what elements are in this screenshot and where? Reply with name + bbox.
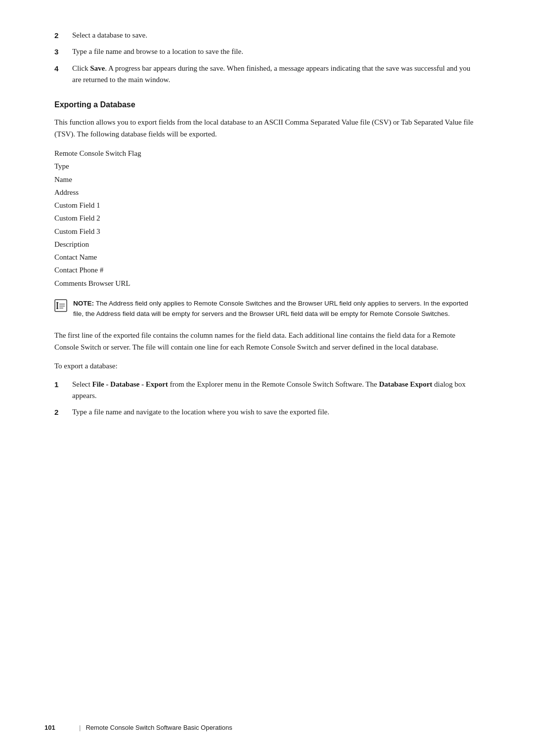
footer-title: Remote Console Switch Software Basic Ope… [86,724,232,731]
step-4: 4 Click Save. A progress bar appears dur… [54,63,480,86]
export-step-1: 1 Select File - Database - Export from t… [54,379,480,402]
field-custom-field-1: Custom Field 1 [54,199,480,212]
step-2: 2 Select a database to save. [54,30,480,41]
step-3: 3 Type a file name and browse to a locat… [54,46,480,57]
note-label: NOTE: [73,300,96,307]
step-4-text: Click Save. A progress bar appears durin… [72,63,480,86]
top-steps-list: 2 Select a database to save. 3 Type a fi… [54,30,480,86]
footer: 101 | Remote Console Switch Software Bas… [0,724,534,731]
note-icon [54,299,67,312]
field-remote-console-switch-flag: Remote Console Switch Flag [54,147,480,160]
body-paragraph-2: To export a database: [54,360,480,372]
step-2-number: 2 [54,30,72,41]
bottom-steps-list: 1 Select File - Database - Export from t… [54,379,480,418]
step-3-text: Type a file name and browse to a locatio… [72,46,480,57]
export-step-2-number: 2 [54,406,72,418]
export-step-1-text: Select File - Database - Export from the… [72,379,480,402]
section-intro: This function allows you to export field… [54,116,480,140]
export-step-1-number: 1 [54,379,72,390]
body-paragraph-1: The first line of the exported file cont… [54,329,480,353]
step-2-text: Select a database to save. [72,30,480,41]
step-4-number: 4 [54,63,72,74]
footer-page-number: 101 [44,724,64,731]
step-3-number: 3 [54,46,72,57]
field-comments-browser-url: Comments Browser URL [54,277,480,290]
export-step-2: 2 Type a file name and navigate to the l… [54,406,480,418]
field-name: Name [54,173,480,186]
field-custom-field-3: Custom Field 3 [54,225,480,238]
export-step-2-text: Type a file name and navigate to the loc… [72,406,480,418]
footer-divider: | [79,724,81,731]
note-body: The Address field only applies to Remote… [73,300,468,317]
field-list: Remote Console Switch Flag Type Name Add… [54,147,480,290]
field-contact-name: Contact Name [54,251,480,264]
field-address: Address [54,186,480,199]
field-type: Type [54,160,480,173]
note-box: NOTE: The Address field only applies to … [54,299,480,319]
field-custom-field-2: Custom Field 2 [54,212,480,224]
content-area: 2 Select a database to save. 3 Type a fi… [54,30,480,418]
field-contact-phone: Contact Phone # [54,264,480,276]
field-description: Description [54,238,480,251]
svg-rect-0 [55,300,67,311]
note-text: NOTE: The Address field only applies to … [73,299,480,319]
section-heading: Exporting a Database [54,100,480,109]
